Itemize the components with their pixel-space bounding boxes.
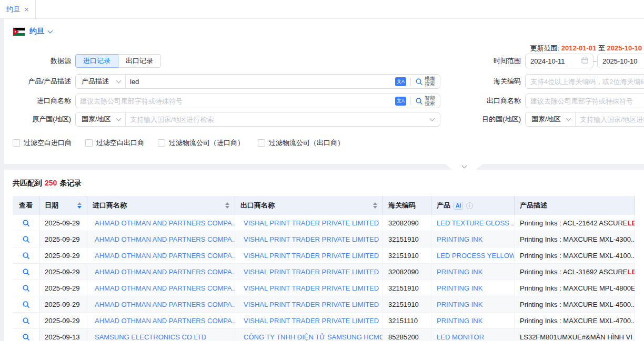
translate-icon[interactable]: 文A (395, 97, 406, 106)
checkbox[interactable] (258, 139, 265, 147)
row-desc: Printing Inks : MAXCURE MPL-4800E... (515, 280, 635, 296)
tab-close-icon[interactable]: × (24, 5, 29, 13)
date-range-separator: – (593, 54, 597, 68)
col-exporter-sort[interactable]: 出口商名称 (235, 196, 383, 215)
importer-link[interactable]: AHMAD OTHMAN AND PARTNERS COMPA... (95, 252, 235, 260)
row-view-search-icon[interactable] (22, 284, 30, 292)
date-to-input[interactable]: 2025-10-10 (597, 54, 644, 68)
importer-link[interactable]: AHMAD OTHMAN AND PARTNERS COMPA... (95, 268, 235, 276)
product-link[interactable]: PRINTING INK (437, 317, 482, 325)
date-from-input[interactable]: 2024-10-11 (525, 54, 593, 68)
row-date: 2025-09-29 (39, 264, 87, 280)
product-select-value: 产品描述 (82, 77, 109, 86)
table-row: 2025-09-29AHMAD OTHMAN AND PARTNERS COMP… (13, 313, 635, 329)
translate-icon[interactable]: 文A (395, 77, 406, 86)
row-hs-code: 32151910 (383, 247, 431, 263)
exporter-link[interactable]: VISHAL PRINT TRADER PRIVATE LIMITED (244, 252, 379, 260)
row-view-search-icon[interactable] (22, 301, 30, 308)
exporter-link[interactable]: VISHAL PRINT TRADER PRIVATE LIMITED (244, 301, 379, 308)
col-hs-label: 海关编码 (388, 201, 416, 210)
row-view-search-icon[interactable] (22, 317, 30, 325)
results-prefix: 共匹配到 (13, 179, 42, 187)
filter-checkbox-item[interactable]: 过滤空白进口商 (13, 138, 72, 148)
row-date: 2025-09-29 (39, 313, 87, 328)
product-search-group: 产品描述 文A 模糊 搜索 (75, 74, 440, 89)
row-view-search-icon[interactable] (22, 252, 30, 260)
fuzzy-search-line2: 搜索 (425, 81, 435, 87)
product-link[interactable]: PRINTING INK (437, 284, 482, 292)
info-icon[interactable]: i (466, 202, 473, 209)
origin-group: 国家/地区 (75, 112, 440, 127)
importer-link[interactable]: AHMAD OTHMAN AND PARTNERS COMPA... (95, 219, 235, 227)
filter-checkbox-item[interactable]: 过滤物流公司（进口商） (158, 138, 244, 148)
row-view-search-icon[interactable] (22, 235, 30, 243)
filter-checkbox-item[interactable]: 过滤物流公司（出口商） (258, 138, 344, 148)
product-label: 产品/产品描述 (4, 74, 71, 89)
filter-checkbox-item[interactable]: 过滤空白出口商 (85, 138, 144, 148)
table-row: 2025-09-29AHMAD OTHMAN AND PARTNERS COMP… (13, 231, 635, 247)
checkbox-label: 过滤空白进口商 (24, 138, 72, 148)
product-link[interactable]: LED PROCESS YELLOW... (437, 252, 515, 260)
product-search-input[interactable] (126, 78, 395, 86)
import-records-button[interactable]: 进口记录 (75, 54, 118, 68)
origin-label: 原产国(地区) (4, 112, 71, 127)
update-range-to-word: 至 (598, 44, 605, 52)
origin-country-select[interactable]: 国家/地区 (76, 112, 126, 126)
row-view-search-icon[interactable] (22, 333, 30, 341)
importer-link[interactable]: AHMAD OTHMAN AND PARTNERS COMPA... (95, 284, 235, 292)
row-view-search-icon[interactable] (22, 268, 30, 276)
row-importer: AHMAD OTHMAN AND PARTNERS COMPA... (87, 296, 235, 312)
destination-country-select[interactable]: 国家/地区 (526, 112, 576, 126)
product-link[interactable]: LED TEXTURE GLOSS ... (437, 219, 515, 227)
importer-link[interactable]: SAMSUNG ELECTRONICS CO LTD (95, 333, 206, 341)
exporter-link[interactable]: VISHAL PRINT TRADER PRIVATE LIMITED (244, 219, 379, 227)
product-link[interactable]: PRINTING INK (437, 235, 482, 243)
sort-icons[interactable] (74, 202, 82, 209)
product-link[interactable]: PRINTING INK (437, 301, 482, 308)
importer-link[interactable]: AHMAD OTHMAN AND PARTNERS COMPA... (95, 235, 235, 243)
destination-select-value: 国家/地区 (531, 115, 561, 124)
row-importer: SAMSUNG ELECTRONICS CO LTD (87, 329, 235, 341)
product-field-select[interactable]: 产品描述 (76, 75, 126, 88)
col-exporter-label: 出口商名称 (240, 201, 275, 210)
exporter-name-input[interactable] (525, 94, 644, 108)
search-icon (415, 97, 423, 105)
date-from-value: 2024-10-11 (530, 57, 578, 65)
importer-name-input[interactable] (76, 97, 395, 105)
row-importer: AHMAD OTHMAN AND PARTNERS COMPA... (87, 280, 235, 296)
smart-search-line2: 搜索 (425, 100, 435, 106)
smart-search-button[interactable]: 智能 搜索 (415, 96, 440, 106)
fuzzy-search-button[interactable]: 模糊 搜索 (415, 76, 440, 87)
desc-text: LE (628, 219, 636, 227)
row-view-cell (13, 264, 39, 280)
exporter-link[interactable]: VISHAL PRINT TRADER PRIVATE LIMITED (244, 268, 379, 276)
destination-search-input[interactable] (576, 116, 644, 123)
country-selector[interactable]: 约旦 (13, 27, 52, 36)
checkbox[interactable] (13, 139, 20, 147)
col-date-sort[interactable]: 日期 (39, 196, 87, 215)
checkbox[interactable] (85, 139, 93, 147)
sort-icons[interactable] (222, 202, 229, 209)
col-importer-sort[interactable]: 进口商名称 (87, 196, 235, 215)
product-link[interactable]: PRINTING INK (437, 268, 482, 276)
checkbox[interactable] (158, 139, 165, 147)
update-range: 更新范围: 2012-01-01 至 2025-10-10 (530, 44, 642, 53)
product-link[interactable]: LED MONITOR (437, 333, 484, 341)
exporter-link[interactable]: VISHAL PRINT TRADER PRIVATE LIMITED (244, 284, 379, 292)
row-view-search-icon[interactable] (22, 219, 30, 227)
row-desc: Printing Inks : MAXCURE MXL-4100... (515, 247, 635, 263)
sort-icons[interactable] (370, 202, 377, 209)
export-records-button[interactable]: 出口记录 (118, 54, 161, 68)
exporter-link[interactable]: CÔNG TY TNHH ĐIỆN TỬ SAMSUNG HCMC... (244, 333, 383, 341)
exporter-link[interactable]: VISHAL PRINT TRADER PRIVATE LIMITED (244, 317, 379, 325)
importer-link[interactable]: AHMAD OTHMAN AND PARTNERS COMPA... (95, 301, 235, 308)
row-hs-code: 32082090 (383, 215, 431, 231)
row-view-cell (13, 329, 39, 341)
tab-jordan[interactable]: 约旦 × (0, 0, 36, 18)
origin-search-input[interactable] (126, 116, 430, 123)
exporter-link[interactable]: VISHAL PRINT TRADER PRIVATE LIMITED (244, 235, 379, 243)
importer-link[interactable]: AHMAD OTHMAN AND PARTNERS COMPA... (95, 317, 235, 325)
desc-text: LS32FM801UMXUE#&MÀN HÌNH VI ... (520, 333, 635, 341)
chevron-down-icon (566, 116, 571, 121)
hs-code-input[interactable] (525, 74, 644, 89)
